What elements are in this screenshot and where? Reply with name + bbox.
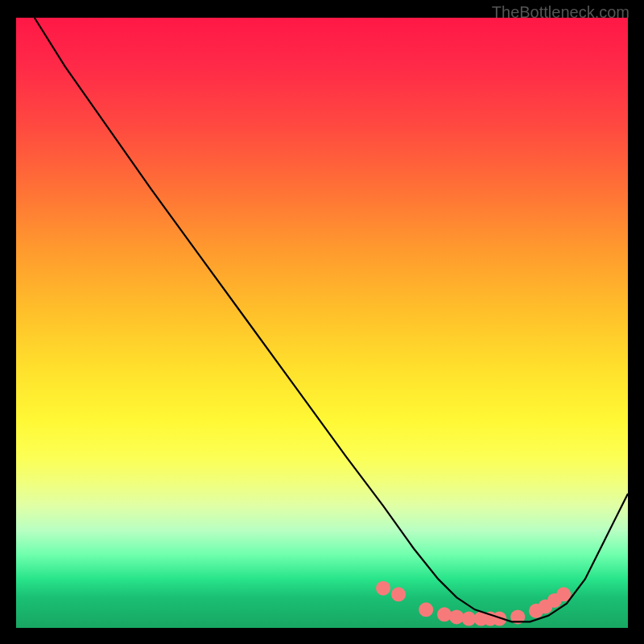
chart-marker-dot — [419, 602, 433, 617]
chart-svg — [16, 18, 628, 628]
chart-marker-dot — [391, 587, 406, 601]
chart-markers — [376, 581, 571, 626]
bottleneck-curve — [35, 18, 628, 621]
chart-plot-area — [16, 18, 628, 628]
chart-marker-dot — [376, 581, 390, 596]
chart-marker-dot — [449, 609, 464, 624]
chart-marker-dot — [437, 607, 452, 621]
watermark-text: TheBottleneck.com — [492, 3, 630, 22]
